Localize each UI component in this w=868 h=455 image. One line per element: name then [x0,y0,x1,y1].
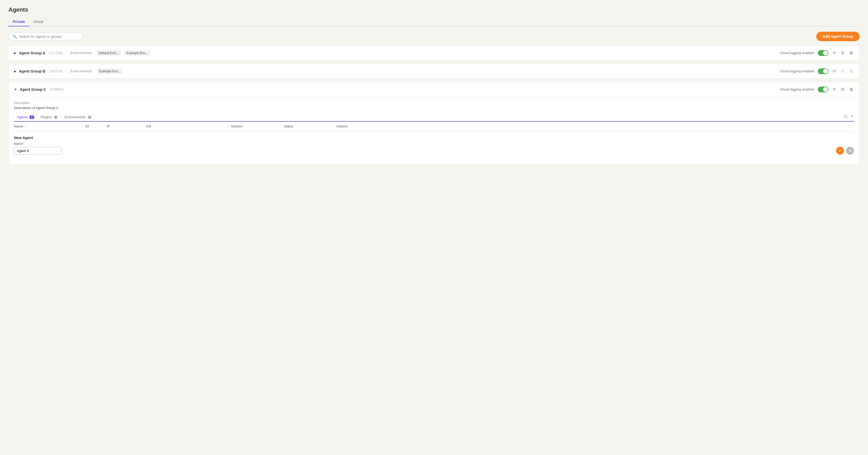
th-ip: IP [104,124,144,128]
new-agent-section: New Agent Name* ✓ ✕ [14,131,854,159]
table-header: Name ↑ ID IP OS Version Status Actions [14,122,854,131]
agent-group-card-a: ▶ Agent Group A (171230) Environments: D… [8,45,860,60]
cloud-logging-toggle-a[interactable] [818,50,828,56]
cloud-logging-label-a: Cloud logging enabled [780,51,814,55]
agent-group-body-c: Description Description of Agent Group C… [9,97,859,164]
main-tabs: Private Cloud [8,18,860,26]
name-input-row: ✓ ✕ [14,147,854,155]
cancel-button[interactable]: ✕ [846,147,854,155]
plugins-badge: 0 [53,115,58,119]
chevron-right-icon-a[interactable]: ▶ [14,51,17,55]
cloud-logging-toggle-c[interactable] [818,87,828,92]
settings-button-a[interactable]: ⚙ [840,50,845,56]
environments-label-a: Environments: [70,51,92,55]
agent-group-left-a: ▶ Agent Group A (171230) Environments: D… [14,51,151,56]
settings-button-c[interactable]: ⚙ [840,86,845,92]
inner-tab-environments[interactable]: Environments 0 [61,113,95,122]
group-id-b: (192720) [49,69,63,73]
cloud-logging-label-b: Cloud logging enabled [780,69,814,73]
tab-cloud[interactable]: Cloud [29,18,48,26]
th-name: Name ↑ [14,124,83,128]
agent-group-left-c: ▼ Agent Group C (226800) [14,87,63,92]
refresh-button-b[interactable]: ⟳ [832,68,837,74]
page-title: Agents [8,6,860,13]
group-name-c: Agent Group C [20,87,46,92]
agent-group-right-b: Cloud logging enabled ⟳ ⚙ 🗑 [780,68,854,74]
inner-tab-agents[interactable]: Agents 0 [14,113,37,122]
inner-tab-plugins[interactable]: Plugins 0 [37,113,62,122]
add-agent-group-button[interactable]: Add Agent Group [816,32,860,41]
env-tag-a-1[interactable]: Default Envi... [97,51,121,56]
agents-badge: 0 [29,115,34,119]
columns-button[interactable]: ☷ [843,113,848,120]
search-box: 🔍 [8,32,83,40]
tab-private[interactable]: Private [8,18,29,26]
cloud-logging-toggle-b[interactable] [818,68,828,74]
chevron-down-icon-c[interactable]: ▼ [14,88,17,91]
agent-group-header-a: ▶ Agent Group A (171230) Environments: D… [9,46,859,60]
environments-badge: 0 [87,115,92,119]
env-tag-b-1[interactable]: Example Env... [97,69,122,74]
add-row-button[interactable]: + [850,113,854,120]
delete-button-a[interactable]: 🗑 [849,50,854,56]
environments-label-b: Environments: [71,69,93,73]
search-icon: 🔍 [12,34,17,38]
confirm-button[interactable]: ✓ [836,147,844,155]
toolbar: 🔍 Add Agent Group [8,32,860,41]
settings-button-b[interactable]: ⚙ [840,68,845,74]
name-field-label: Name* [14,142,854,146]
agent-name-input[interactable] [14,147,62,155]
group-name-b: Agent Group B [19,69,45,73]
description-section: Description Description of Agent Group C [14,97,854,113]
th-version: Version [228,124,281,128]
group-id-c: (226800) [50,87,63,91]
search-input[interactable] [19,35,79,38]
required-indicator: * [23,142,24,146]
agent-group-header-c: ▼ Agent Group C (226800) Cloud logging e… [9,82,859,97]
refresh-button-c[interactable]: ⟳ [832,86,837,92]
th-id: ID [83,124,104,128]
inner-tabs: Agents 0 Plugins 0 Environments 0 [14,113,843,121]
th-os: OS [144,124,228,128]
agent-group-left-b: ▶ Agent Group B (192720) Environments: E… [14,69,123,74]
agent-group-card-c: ▼ Agent Group C (226800) Cloud logging e… [8,82,860,164]
agent-group-right-c: Cloud logging enabled ⟳ ⚙ 🗑 [780,86,854,92]
description-label: Description [14,101,854,105]
agent-group-right-a: Cloud logging enabled ⟳ ⚙ 🗑 [780,50,854,56]
th-status: Status [281,124,334,128]
agent-group-card-b: ▶ Agent Group B (192720) Environments: E… [8,64,860,79]
cloud-logging-label-c: Cloud logging enabled [780,87,814,91]
group-id-a: (171230) [49,51,63,55]
action-buttons: ✓ ✕ [836,147,854,155]
agent-group-header-b: ▶ Agent Group B (192720) Environments: E… [9,64,859,78]
env-tag-a-2[interactable]: Example Env... [124,51,150,56]
delete-button-c[interactable]: 🗑 [849,87,854,92]
new-agent-title: New Agent [14,136,854,140]
delete-button-b[interactable]: 🗑 [849,68,854,74]
sort-icon-name: ↑ [25,125,26,128]
refresh-button-a[interactable]: ⟳ [832,50,837,56]
group-name-a: Agent Group A [19,51,45,55]
th-actions: Actions [334,124,854,128]
description-text: Description of Agent Group C [14,106,854,110]
chevron-right-icon-b[interactable]: ▶ [14,69,17,73]
